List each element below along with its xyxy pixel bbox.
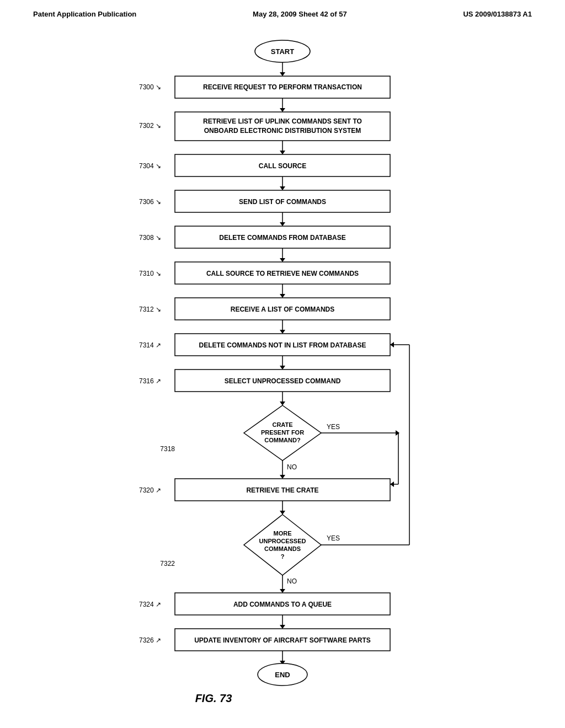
svg-marker-44	[280, 366, 285, 370]
svg-text:CALL SOURCE: CALL SOURCE	[259, 162, 306, 170]
svg-text:ONBOARD ELECTRONIC DISTRIBUTIO: ONBOARD ELECTRONIC DISTRIBUTION SYSTEM	[204, 127, 361, 135]
svg-marker-8	[280, 108, 285, 112]
svg-text:MORE: MORE	[274, 530, 292, 537]
svg-text:7306 ↘: 7306 ↘	[139, 198, 161, 206]
svg-marker-24	[280, 222, 285, 226]
svg-marker-66	[390, 481, 394, 487]
svg-text:7320 ↗: 7320 ↗	[139, 486, 161, 494]
svg-text:PRESENT FOR: PRESENT FOR	[261, 429, 304, 436]
svg-marker-29	[280, 258, 285, 262]
svg-text:7302 ↘: 7302 ↘	[139, 122, 161, 130]
svg-text:YES: YES	[327, 423, 340, 431]
svg-marker-83	[280, 589, 285, 593]
svg-marker-3	[280, 72, 285, 76]
svg-text:?: ?	[281, 553, 285, 560]
svg-text:COMMANDS: COMMANDS	[264, 545, 301, 552]
svg-text:ADD COMMANDS TO A QUEUE: ADD COMMANDS TO A QUEUE	[233, 601, 332, 608]
svg-marker-34	[280, 294, 285, 298]
svg-text:NO: NO	[287, 577, 297, 585]
svg-text:RETRIEVE LIST OF UPLINK COMMAN: RETRIEVE LIST OF UPLINK COMMANDS SENT TO	[203, 117, 362, 125]
svg-text:7304 ↘: 7304 ↘	[139, 162, 161, 170]
svg-marker-39	[280, 330, 285, 334]
svg-text:7322: 7322	[160, 560, 175, 568]
svg-marker-56	[396, 430, 399, 436]
header-middle: May 28, 2009 Sheet 42 of 57	[253, 10, 347, 18]
svg-text:START: START	[271, 47, 294, 56]
page-header: Patent Application Publication May 28, 2…	[0, 0, 565, 18]
svg-text:SEND LIST OF COMMANDS: SEND LIST OF COMMANDS	[239, 198, 326, 206]
svg-marker-61	[280, 475, 285, 479]
svg-text:COMMAND?: COMMAND?	[264, 437, 301, 443]
svg-text:7326 ↗: 7326 ↗	[139, 636, 161, 644]
svg-text:7318: 7318	[160, 445, 175, 453]
svg-text:FIG. 73: FIG. 73	[195, 692, 232, 704]
svg-text:UPDATE INVENTORY OF AIRCRAFT S: UPDATE INVENTORY OF AIRCRAFT SOFTWARE PA…	[194, 636, 371, 644]
svg-text:UNPROCESSED: UNPROCESSED	[259, 538, 306, 544]
svg-marker-80	[390, 342, 394, 347]
header-left: Patent Application Publication	[33, 10, 136, 18]
svg-text:CRATE: CRATE	[272, 421, 292, 428]
svg-text:END: END	[275, 671, 290, 679]
svg-marker-68	[280, 511, 285, 515]
svg-text:NO: NO	[287, 463, 297, 471]
svg-marker-19	[280, 186, 285, 190]
svg-marker-49	[280, 402, 285, 405]
svg-text:7312 ↘: 7312 ↘	[139, 306, 161, 313]
svg-marker-14	[280, 151, 285, 154]
svg-text:DELETE COMMANDS FROM DATABASE: DELETE COMMANDS FROM DATABASE	[219, 234, 346, 242]
svg-text:7308 ↘: 7308 ↘	[139, 234, 161, 242]
svg-text:CALL SOURCE TO RETRIEVE NEW CO: CALL SOURCE TO RETRIEVE NEW COMMANDS	[206, 270, 359, 277]
flowchart-diagram: START RECEIVE REQUEST TO PERFORM TRANSAC…	[89, 32, 476, 710]
svg-text:7314 ↗: 7314 ↗	[139, 341, 161, 349]
svg-text:7316 ↗: 7316 ↗	[139, 377, 161, 385]
svg-text:7300 ↘: 7300 ↘	[139, 83, 161, 91]
svg-text:7324 ↗: 7324 ↗	[139, 601, 161, 608]
svg-text:SELECT UNPROCESSED COMMAND: SELECT UNPROCESSED COMMAND	[225, 377, 341, 385]
svg-text:RECEIVE A LIST OF COMMANDS: RECEIVE A LIST OF COMMANDS	[231, 306, 334, 313]
svg-text:YES: YES	[327, 534, 340, 542]
svg-rect-9	[175, 112, 390, 141]
svg-text:RETRIEVE THE CRATE: RETRIEVE THE CRATE	[246, 486, 318, 494]
svg-text:7310 ↘: 7310 ↘	[139, 270, 161, 277]
svg-marker-88	[280, 625, 285, 629]
svg-text:DELETE COMMANDS NOT IN LIST FR: DELETE COMMANDS NOT IN LIST FROM DATABAS…	[199, 341, 366, 349]
svg-marker-69	[244, 515, 321, 575]
header-right: US 2009/0138873 A1	[463, 10, 532, 18]
svg-text:RECEIVE REQUEST TO PERFORM TRA: RECEIVE REQUEST TO PERFORM TRANSACTION	[203, 83, 362, 91]
